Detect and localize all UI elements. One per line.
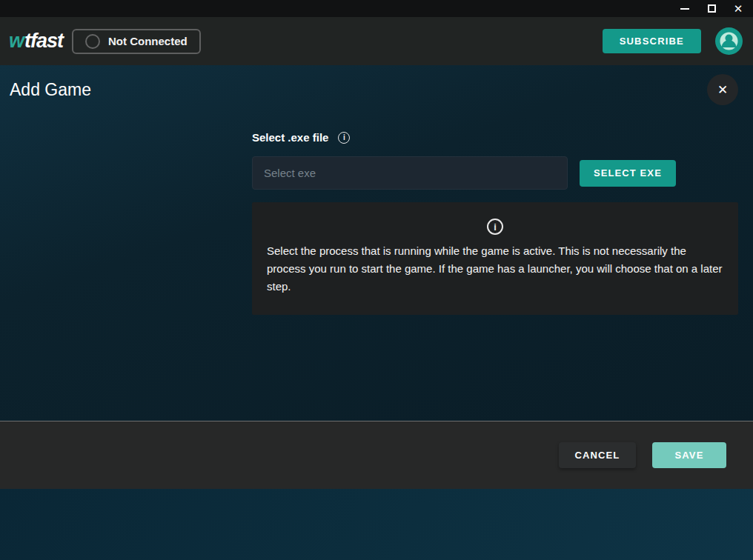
page-title: Add Game: [10, 80, 91, 100]
maximize-glyph: [708, 4, 716, 13]
select-exe-label-row: Select .exe file i: [252, 131, 738, 144]
close-dialog-button[interactable]: ✕: [707, 74, 738, 105]
dialog-footer: CANCEL SAVE: [0, 421, 753, 489]
connection-status-chip[interactable]: Not Connected: [72, 29, 201, 54]
logo-check-icon: w: [9, 30, 24, 53]
exe-file-input[interactable]: [252, 156, 568, 190]
profile-avatar[interactable]: [715, 27, 743, 55]
add-game-form: Select .exe file i SELECT EXE i Select t…: [252, 131, 738, 315]
minimize-icon[interactable]: [674, 1, 695, 16]
select-exe-button[interactable]: SELECT EXE: [580, 160, 676, 187]
cancel-button[interactable]: CANCEL: [559, 442, 636, 468]
titlebar: ✕: [0, 0, 753, 17]
account-icon: [715, 27, 743, 55]
close-window-icon[interactable]: ✕: [728, 1, 749, 16]
save-button[interactable]: SAVE: [652, 442, 726, 468]
add-game-dialog: Add Game ✕ Select .exe file i SELECT EXE…: [0, 65, 753, 421]
wtfast-logo: wtfast: [9, 30, 63, 53]
app-header: wtfast Not Connected SUBSCRIBE: [0, 17, 753, 65]
info-icon[interactable]: i: [338, 132, 350, 144]
minimize-glyph: [680, 8, 689, 10]
info-icon: i: [487, 219, 503, 235]
connection-status-circle-icon: [85, 34, 100, 49]
connection-status-label: Not Connected: [108, 35, 188, 47]
subscribe-button[interactable]: SUBSCRIBE: [603, 29, 701, 53]
app-background-strip: [0, 489, 753, 560]
info-panel-text: Select the process that is running while…: [267, 242, 723, 296]
select-exe-label: Select .exe file: [252, 131, 328, 144]
exe-input-row: SELECT EXE: [252, 156, 738, 190]
info-panel-icon-wrap: i: [267, 219, 723, 235]
logo-text: tfast: [24, 30, 63, 53]
info-panel: i Select the process that is running whi…: [252, 202, 738, 315]
app-window: ✕ wtfast Not Connected SUBSCRIBE Add Gam…: [0, 0, 753, 560]
maximize-icon[interactable]: [701, 1, 722, 16]
